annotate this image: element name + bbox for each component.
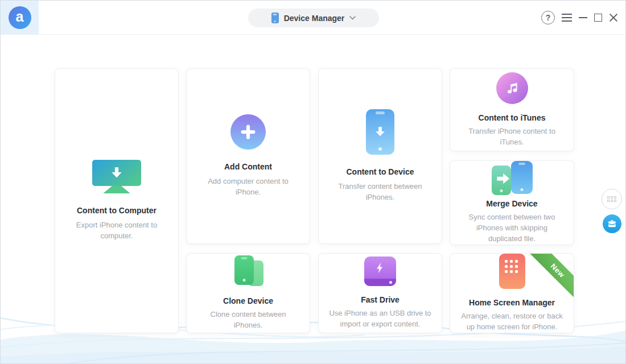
card-subtitle: Add computer content to iPhone. (197, 176, 299, 198)
card-title: Content to Computer (77, 206, 156, 215)
card-subtitle: Export iPhone content to computer. (65, 220, 168, 242)
music-note-circle-icon (496, 72, 528, 104)
apps-grid-icon (607, 196, 616, 202)
card-subtitle: Use iPhone as an USB drive to import or … (329, 308, 431, 330)
card-add-content[interactable]: Add Content Add computer content to iPho… (186, 68, 310, 244)
computer-download-icon (92, 160, 141, 193)
card-subtitle: Sync content between two iPhones with sk… (460, 212, 563, 245)
minimize-button[interactable] (579, 13, 587, 22)
card-title: Add Content (224, 162, 272, 171)
clone-phones-icon (230, 255, 266, 287)
card-title: Fast Drive (361, 295, 400, 304)
toolbox-button[interactable] (603, 214, 621, 233)
card-content-to-computer[interactable]: Content to Computer Export iPhone conten… (55, 68, 179, 333)
phone-icon (271, 13, 279, 23)
chevron-down-icon (349, 16, 356, 20)
titlebar: a Device Manager ? (1, 1, 625, 35)
card-subtitle: Transfer content between iPhones. (329, 181, 431, 203)
mode-switcher-label: Device Manager (284, 14, 345, 23)
home-screen-grid-icon (499, 254, 525, 289)
card-content-to-device[interactable]: Content to Device Transfer content betwe… (318, 68, 442, 244)
card-title: Merge Device (486, 199, 537, 208)
merge-phones-icon (492, 161, 533, 190)
mode-switcher[interactable]: Device Manager (248, 9, 379, 27)
maximize-button[interactable] (594, 14, 602, 22)
apps-drawer-button[interactable] (602, 189, 622, 209)
help-button[interactable]: ? (541, 11, 555, 24)
app-window: a Device Manager ? Content to Computer E… (0, 0, 626, 364)
plus-circle-icon (230, 114, 266, 150)
card-title: Home Screen Manager (469, 298, 555, 307)
card-merge-device[interactable]: Merge Device Sync content between two iP… (450, 160, 574, 245)
card-home-screen-manager[interactable]: New Home Screen Manager Arrange, clean, … (450, 253, 574, 333)
card-subtitle: Transfer iPhone content to iTunes. (460, 126, 563, 148)
phone-download-icon (366, 109, 394, 155)
close-button[interactable] (609, 13, 618, 22)
card-subtitle: Clone content between iPhones. (197, 309, 299, 331)
app-logo[interactable]: a (1, 1, 39, 34)
menu-button[interactable] (562, 14, 572, 22)
window-controls: ? (541, 1, 618, 35)
drive-lightning-icon (364, 257, 396, 286)
card-subtitle: Arrange, clean, restore or back up home … (460, 311, 563, 333)
card-title: Content to iTunes (479, 113, 546, 122)
anytrans-logo-icon: a (9, 6, 31, 29)
card-title: Clone Device (223, 296, 273, 305)
card-clone-device[interactable]: Clone Device Clone content between iPhon… (186, 253, 310, 333)
toolbox-icon (607, 219, 617, 229)
new-badge: New (528, 253, 574, 300)
card-title: Content to Device (346, 167, 414, 176)
card-fast-drive[interactable]: Fast Drive Use iPhone as an USB drive to… (318, 253, 442, 333)
card-content-to-itunes[interactable]: Content to iTunes Transfer iPhone conten… (450, 68, 574, 151)
